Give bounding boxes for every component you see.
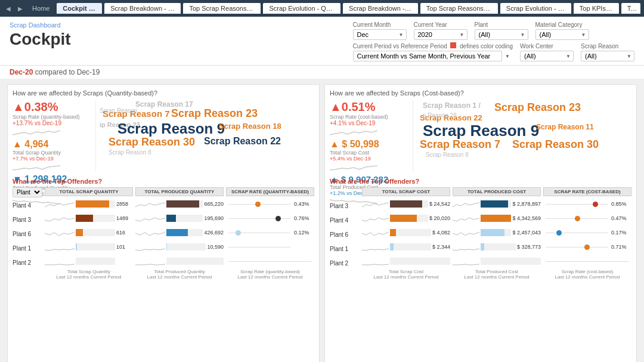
- bar-cost-scrap-4: [390, 215, 417, 222]
- qty-scrap-rate-label: Scrap Rate (quantity-based): [13, 114, 91, 120]
- qty-spark-bar-4: 2858: [45, 197, 133, 211]
- bar-qty-1: [76, 243, 77, 250]
- qty-rate-row-2: [226, 255, 314, 268]
- filter-plant-select[interactable]: (All): [475, 29, 528, 40]
- header: Scrap Dashboard Cockpit Current Month De…: [0, 17, 644, 66]
- filter-row-2: Current Period vs Reference Period defin…: [353, 42, 635, 61]
- spark-cost-prod-4: [453, 213, 479, 224]
- cost-prod-val-3: $ 2,878,897: [512, 201, 541, 207]
- cost-prod-bar-3: $ 2,878,897: [453, 197, 541, 211]
- qty-total-scrap-value: ▲ 4,964: [13, 139, 91, 150]
- nav-tab-scrap-evol-cost[interactable]: Scrap Evolution - Cost-based: [500, 3, 571, 14]
- filter-scrapreason-label: Scrap Reason: [581, 43, 634, 49]
- cost-rate-row-6: 0.17%: [543, 226, 631, 239]
- filter-month-select[interactable]: Dec: [353, 29, 407, 40]
- nav-tab-kpi-trends[interactable]: Top KPIs Trends: [574, 3, 619, 14]
- page-title: Cockpit: [10, 30, 71, 49]
- wc-cost-sr8: Scrap Reason 8: [426, 151, 469, 158]
- cost-total-scrap-label: Total Scrap Cost: [330, 150, 408, 156]
- wc-cost-reason28: p Reason 28: [423, 112, 457, 119]
- cost-rate-row-2: [543, 255, 631, 268]
- spark-qty-1: [45, 242, 75, 252]
- cost-plant-2: Plant 2: [330, 256, 360, 271]
- cost-rate-row-1: 0.71%: [543, 240, 631, 253]
- cost-prod-bar-4: $ 4,342,569: [453, 212, 541, 225]
- main-content: How are we affected by Scraps (Quantity-…: [0, 79, 644, 362]
- filter-current-year: Current Year 2020: [414, 21, 467, 40]
- cost-scrap-rate-block: ▲0.51% Scrap Rate (cost-based) +4.1% vs …: [330, 100, 408, 139]
- spark-cost-prod-3: [453, 199, 479, 209]
- spark-cost-prod-1: [453, 242, 479, 252]
- cost-plant-1: Plant 1: [330, 242, 360, 256]
- qty-val-4: 2858: [116, 201, 133, 207]
- cost-prod-val-1: $ 328,773: [517, 244, 541, 250]
- wc-cost-sr30: Scrap Reason 30: [512, 138, 599, 151]
- filter-scrapreason-select[interactable]: (All): [581, 51, 634, 61]
- filter-month-wrap: Dec: [353, 29, 407, 40]
- wc-sr18: Scrap Reason 18: [219, 122, 281, 131]
- filter-year-select[interactable]: 2020: [414, 29, 467, 40]
- filter-workcenter-select[interactable]: (All): [520, 51, 574, 61]
- filter-work-center: Work Center (All): [520, 43, 574, 61]
- cost-scrap-val-3: $ 24,542: [429, 201, 450, 207]
- cost-prod-bar-2: [453, 255, 541, 268]
- qty-offenders-title: What are the Top Offenders?: [13, 178, 314, 185]
- cost-prod-val-6: $ 2,457,043: [512, 230, 541, 236]
- color-coding-box: [450, 42, 456, 48]
- nav-tab-scrap-evol-qty[interactable]: Scrap Evolution - Quantity-bas...: [263, 3, 340, 14]
- cost-rate-col-header: Scrap Rate (Cost-Based): [543, 187, 631, 196]
- dot-cost-rate-4: [575, 216, 580, 221]
- cost-produced-col-header: Total Produced Cost: [453, 187, 541, 196]
- bar-prod-4: [166, 200, 199, 208]
- filter-period-label: Current Period vs Reference Period defin…: [353, 42, 513, 49]
- nav-tab-cockpit[interactable]: Cockpit - Scrap: [57, 3, 102, 14]
- wc-sr23: Scrap Reason 23: [171, 107, 258, 120]
- spark-qty-4: [45, 199, 75, 209]
- period-compare-text: compared to: [35, 68, 77, 76]
- filter-workcenter-label: Work Center: [520, 43, 574, 49]
- qty-plant-filter[interactable]: Plant: [13, 187, 42, 197]
- filter-row-1: Current Month Dec Current Year 2020 Plan…: [353, 21, 635, 40]
- nav-tab-scrap-breakdown-cost[interactable]: Scrap Breakdown - Cost-based: [343, 3, 418, 14]
- cost-scrap-bar-6: $ 4,082: [362, 226, 450, 239]
- nav-tab-top-scrap-cost[interactable]: Top Scrap Reasons - Cost-based: [420, 3, 498, 14]
- nav-home[interactable]: Home: [27, 3, 54, 14]
- cost-scrap-bar-4: $ 20,020: [362, 212, 450, 225]
- cost-total-scrap-change: +5.4% vs Dec-19: [330, 156, 408, 162]
- qty-rate-val-6: 0.12%: [294, 230, 312, 236]
- cost-scrap-val-1: $ 2,344: [432, 244, 450, 250]
- cost-prod-bar-6: $ 2,457,043: [453, 226, 541, 239]
- filter-period-select[interactable]: Current Month vs Same Month, Previous Ye…: [353, 51, 502, 61]
- wc-cost-sr23: Scrap Reason 23: [494, 101, 581, 114]
- qty-plant-filter-col: Plant Plant 4 Plant 3 Plant 6 Plant 1 Pl…: [13, 187, 42, 270]
- nav-back[interactable]: ◀: [4, 4, 13, 13]
- filter-material-select[interactable]: (All): [535, 29, 589, 40]
- cost-panel: How are we affected by Scraps (Cost-base…: [324, 84, 637, 362]
- nav-tab-scrap-breakdown-qty[interactable]: Scrap Breakdown - Quantity-b...: [104, 3, 181, 14]
- cost-scrap-sparkline: [330, 162, 377, 172]
- wc-cost-sr11: Scrap Reason 11: [536, 123, 594, 131]
- bar-prod-6: [166, 229, 188, 236]
- qty-word-cloud: Scrap Reason 17 Scrap Reason 7 Scrap Rea…: [100, 100, 314, 172]
- breadcrumb: Scrap Dashboard: [10, 21, 71, 29]
- bar-cost-prod-6: [481, 229, 504, 236]
- nav-forward[interactable]: ▶: [16, 4, 25, 13]
- qty-plant-6: Plant 6: [13, 227, 42, 242]
- cost-rate-val-4: 0.47%: [611, 215, 629, 221]
- cost-rate-val-1: 0.71%: [611, 244, 629, 250]
- spark-prod-6: [135, 227, 165, 238]
- cost-scrap-bar-3: $ 24,542: [362, 197, 450, 211]
- nav-tab-top-scrap-qty[interactable]: Top Scrap Reasons - Quantity-...: [183, 3, 261, 14]
- nav-tab-top[interactable]: Top: [621, 3, 640, 14]
- spark-prod-2: [135, 256, 165, 267]
- filter-material-wrap: (All): [535, 29, 589, 40]
- cost-scrap-col: Total Scrap Cost $ 24,542: [362, 187, 450, 280]
- bar-prod-3: [166, 215, 176, 222]
- bar-cost-scrap-6: [390, 229, 396, 236]
- cost-offenders-title: What are the Top Offenders?: [330, 178, 631, 185]
- spark-prod-3: [135, 213, 165, 224]
- cost-rate-footer: Scrap Rate (cost-based) Last 12 months C…: [543, 269, 631, 280]
- wc-cost-sr9: Scrap Reason 9: [423, 122, 539, 140]
- top-nav: ◀ ▶ Home Cockpit - Scrap Scrap Breakdown…: [0, 0, 644, 17]
- filter-year-wrap: 2020: [414, 29, 467, 40]
